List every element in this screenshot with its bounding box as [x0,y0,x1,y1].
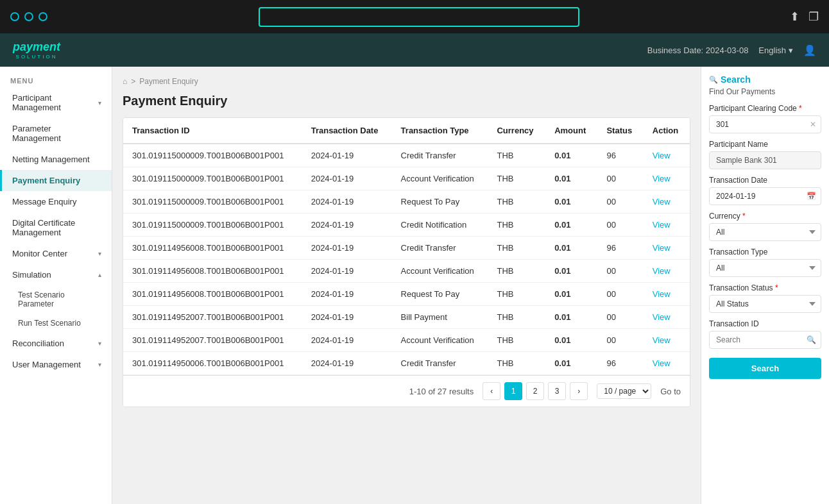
view-link[interactable]: View [644,352,690,375]
table-header-row: Transaction ID Transaction Date Transact… [123,118,690,144]
search-button[interactable]: Search [709,358,821,379]
cell-status: 00 [597,306,643,329]
transaction-id-field: 🔍 [709,331,821,349]
page-btn-2[interactable]: 2 [526,382,544,400]
transaction-type-label: Transaction Type [709,248,821,256]
right-panel: 🔍 Search Find Our Payments Participant C… [701,67,829,504]
currency-select[interactable]: All THB USD [709,223,821,241]
view-link[interactable]: View [644,306,690,329]
cell-type: Account Verification [392,167,488,190]
view-link[interactable]: View [644,167,690,190]
cell-amount: 0.01 [545,260,597,283]
view-link[interactable]: View [644,144,690,167]
transaction-date-input[interactable] [709,187,821,205]
breadcrumb-current: Payment Enquiry [139,77,198,86]
chevron-down-icon: ▾ [98,250,101,257]
table-row: 301.019115000009.T001B006B001P001 2024-0… [123,214,690,237]
table-row: 301.019114952007.T001B006B001P001 2024-0… [123,306,690,329]
cell-id: 301.019114952007.T001B006B001P001 [123,306,302,329]
table-row: 301.019114956008.T001B006B001P001 2024-0… [123,260,690,283]
currency-label: Currency * [709,212,821,221]
page-btn-3[interactable]: 3 [548,382,566,400]
sidebar-item-user-management[interactable]: User Management ▾ [0,354,112,375]
header-right: Business Date: 2024-03-08 English ▾ 👤 [647,44,816,56]
col-transaction-date: Transaction Date [302,118,392,144]
table-row: 301.019114950006.T001B006B001P001 2024-0… [123,352,690,375]
cell-date: 2024-01-19 [302,167,392,190]
cell-amount: 0.01 [545,306,597,329]
cell-status: 00 [597,190,643,214]
view-link[interactable]: View [644,329,690,352]
sidebar-item-message-enquiry[interactable]: Message Enquiry [0,191,112,212]
cell-id: 301.019115000009.T001B006B001P001 [123,214,302,237]
next-page-btn[interactable]: › [570,382,588,400]
chevron-up-icon: ▴ [98,271,101,278]
user-icon[interactable]: 👤 [803,44,816,56]
pagination-info: 1-10 of 27 results [409,387,474,396]
page-btn-1[interactable]: 1 [504,382,522,400]
cell-status: 00 [597,283,643,306]
chevron-down-icon: ▾ [98,99,101,106]
copy-icon[interactable]: ❐ [808,10,819,24]
participant-code-input[interactable] [709,115,821,133]
sidebar-item-run-test-scenario[interactable]: Run Test Scenario [0,314,112,333]
cell-date: 2024-01-19 [302,306,392,329]
top-search-input[interactable] [259,7,579,27]
view-link[interactable]: View [644,214,690,237]
breadcrumb: ⌂ > Payment Enquiry [123,77,690,86]
cell-currency: THB [488,237,545,260]
content-area: ⌂ > Payment Enquiry Payment Enquiry Tran… [112,67,701,504]
view-link[interactable]: View [644,283,690,306]
sidebar-item-simulation[interactable]: Simulation ▴ [0,264,112,285]
search-section-title: 🔍 Search [709,74,821,85]
cell-status: 96 [597,237,643,260]
transaction-type-select[interactable]: All Credit Transfer Account Verification… [709,259,821,277]
participant-name-label: Participant Name [709,140,821,149]
transaction-status-select[interactable]: All Status 00 96 [709,295,821,313]
cell-status: 00 [597,167,643,190]
language-selector[interactable]: English ▾ [758,46,793,55]
col-action: Action [644,118,690,144]
view-link[interactable]: View [644,190,690,214]
cell-type: Credit Notification [392,214,488,237]
top-bar-icons: ⬆ ❐ [790,10,819,24]
sidebar-item-participant-management[interactable]: Participant Management ▾ [0,87,112,118]
sidebar-item-parameter-management[interactable]: Parameter Management [0,118,112,149]
cell-amount: 0.01 [545,167,597,190]
home-icon: ⌂ [123,77,127,86]
sidebar-item-netting-management[interactable]: Netting Management [0,149,112,170]
transaction-date-field: 📅 [709,187,821,205]
window-controls [10,12,47,21]
sidebar-item-test-scenario-parameter[interactable]: Test Scenario Parameter [0,285,112,314]
cell-currency: THB [488,214,545,237]
per-page-select[interactable]: 10 / page 20 / page 50 / page [597,383,651,399]
cell-id: 301.019115000009.T001B006B001P001 [123,167,302,190]
top-search[interactable] [259,7,579,27]
cell-id: 301.019114950006.T001B006B001P001 [123,352,302,375]
prev-page-btn[interactable]: ‹ [483,382,500,400]
sidebar-item-reconciliation[interactable]: Reconciliation ▾ [0,333,112,354]
cell-currency: THB [488,144,545,167]
cell-type: Credit Transfer [392,352,488,375]
cell-amount: 0.01 [545,190,597,214]
transactions-table-container: Transaction ID Transaction Date Transact… [123,117,690,407]
calendar-icon[interactable]: 📅 [807,192,816,201]
pagination-bar: 1-10 of 27 results ‹ 1 2 3 › 10 / page 2… [123,375,690,407]
chevron-down-icon: ▾ [98,340,101,347]
view-link[interactable]: View [644,260,690,283]
view-link[interactable]: View [644,237,690,260]
cell-type: Request To Pay [392,190,488,214]
cell-amount: 0.01 [545,214,597,237]
cell-id: 301.019115000009.T001B006B001P001 [123,144,302,167]
upload-icon[interactable]: ⬆ [790,10,799,24]
transaction-id-input[interactable] [709,331,821,349]
cell-date: 2024-01-19 [302,352,392,375]
sidebar-item-monitor-center[interactable]: Monitor Center ▾ [0,243,112,264]
cell-date: 2024-01-19 [302,190,392,214]
clear-icon[interactable]: ✕ [810,120,816,129]
cell-currency: THB [488,283,545,306]
sidebar-item-payment-enquiry[interactable]: Payment Enquiry [0,170,112,191]
cell-type: Bill Payment [392,306,488,329]
sidebar-item-digital-certificate[interactable]: Digital Certificate Management [0,212,112,243]
cell-status: 00 [597,260,643,283]
